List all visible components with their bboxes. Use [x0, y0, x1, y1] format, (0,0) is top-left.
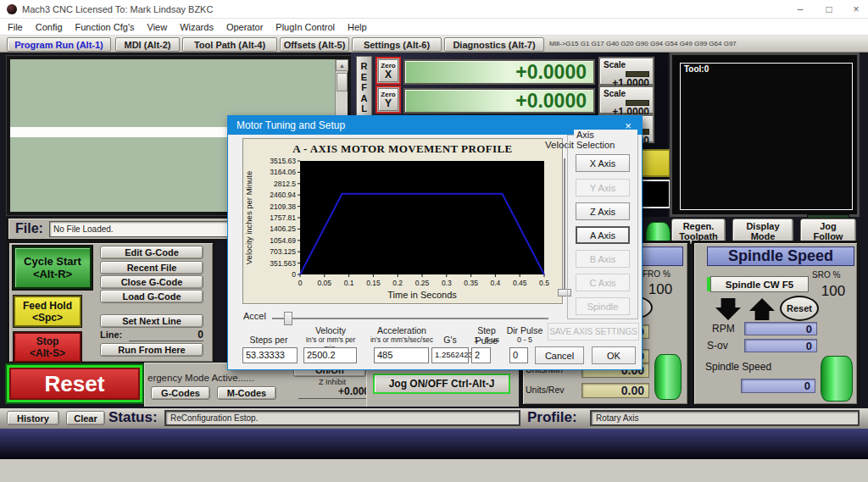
c-axis-button: C Axis [576, 274, 630, 291]
menu-config[interactable]: Config [36, 22, 63, 32]
svg-text:351.563: 351.563 [270, 259, 296, 268]
maximize-button[interactable]: □ [815, 0, 843, 19]
x-axis-button[interactable]: X Axis [576, 154, 630, 172]
emergency-mode-text: ergency Mode Active...... [147, 373, 254, 383]
z-axis-button[interactable]: Z Axis [576, 202, 630, 220]
menu-wizards[interactable]: Wizards [180, 22, 214, 32]
clear-button[interactable]: Clear [66, 411, 105, 425]
tab-tool-path[interactable]: Tool Path (Alt-4) [182, 37, 277, 52]
tab-program-run[interactable]: Program Run (Alt-1) [7, 37, 111, 52]
tab-mdi[interactable]: MDI (Alt-2) [115, 37, 180, 52]
scrollbar-thumb[interactable] [337, 73, 348, 91]
svg-text:0: 0 [292, 270, 296, 279]
cancel-button[interactable]: Cancel [535, 346, 584, 364]
tab-diagnostics[interactable]: Diagnostics (Alt-7) [444, 37, 544, 52]
units-rev-value[interactable]: 0.00 [581, 383, 649, 398]
steps-per-input[interactable]: 53.33333 [242, 347, 298, 363]
mcodes-button[interactable]: M-Codes [217, 386, 276, 400]
spindle-cw-button[interactable]: Spindle CW F5 [710, 276, 809, 292]
tab-settings[interactable]: Settings (Alt-6) [352, 37, 442, 52]
velocity-slider-track[interactable] [564, 158, 565, 294]
scroll-up-icon[interactable]: ▲ [336, 59, 348, 71]
svg-text:Time in Seconds: Time in Seconds [387, 290, 457, 300]
ref-letter: A [361, 93, 368, 104]
svg-text:0.25: 0.25 [415, 279, 430, 287]
svg-text:2460.94: 2460.94 [270, 191, 296, 199]
scale-led [626, 71, 649, 77]
a-axis-button[interactable]: A Axis [576, 226, 630, 244]
cycle-start-button[interactable]: Cycle Start <Alt-R> [14, 247, 92, 289]
menu-function-cfgs[interactable]: Function Cfg's [75, 22, 135, 32]
svg-text:Velocity inches per Minute: Velocity inches per Minute [244, 171, 253, 264]
ref-letter: R [361, 61, 368, 72]
run-from-here-button[interactable]: Run From Here [100, 343, 203, 357]
accel-slider-thumb[interactable] [284, 312, 292, 325]
x-scale-box[interactable]: Scale +1.0000 [598, 57, 654, 86]
y-scale-box[interactable]: Scale +1.0000 [598, 86, 654, 114]
menu-operator[interactable]: Operator [226, 22, 263, 32]
svg-text:0: 0 [298, 279, 303, 287]
dialog-title: Motor Tuning and Setup [236, 119, 345, 131]
stop-button[interactable]: Stop <Alt-S> [14, 332, 81, 363]
acceleration-input[interactable]: 485 [374, 347, 429, 363]
menu-plugin-control[interactable]: PlugIn Control [275, 22, 335, 32]
ok-button[interactable]: OK [592, 346, 636, 364]
zero-x-button[interactable]: ZeroX [376, 57, 401, 85]
x-axis-dro[interactable]: +0.0000 [403, 59, 595, 85]
spindle-speed-label: Spindle Speed [705, 361, 771, 373]
rpm-value[interactable]: 0 [744, 322, 817, 335]
history-button[interactable]: History [7, 411, 59, 425]
tab-offsets[interactable]: Offsets (Alt-5) [280, 37, 349, 52]
toolpath-display[interactable]: Tool:0 [670, 53, 860, 217]
profile-label: Profile: [527, 409, 577, 426]
axis-letter: X [385, 69, 392, 80]
tool-number-label: Tool:0 [684, 64, 709, 74]
button-label: Jog [820, 221, 837, 231]
rpm-label: RPM [712, 323, 735, 335]
zero-y-button[interactable]: ZeroY [376, 86, 401, 114]
sov-label: S-ov [707, 340, 728, 352]
recent-file-button[interactable]: Recent File [100, 261, 203, 274]
y-axis-dro[interactable]: +0.0000 [403, 88, 595, 114]
velocity-field-label: Velocity [301, 325, 360, 335]
footer-strip [0, 459, 868, 482]
edit-gcode-button[interactable]: Edit G-Code [100, 246, 203, 259]
accel-slider-track[interactable] [272, 318, 548, 319]
menu-file[interactable]: File [8, 22, 23, 32]
set-next-line-button[interactable]: Set Next Line [100, 314, 203, 328]
reset-button[interactable]: Reset [7, 365, 142, 402]
svg-text:0.2: 0.2 [392, 279, 403, 287]
svg-text:2812.5: 2812.5 [274, 180, 296, 188]
menu-help[interactable]: Help [348, 22, 367, 32]
svg-text:703.125: 703.125 [270, 247, 296, 256]
button-hotkey: <Spc> [32, 312, 63, 324]
acceleration-field-label: Acceleration [369, 325, 435, 335]
button-label: Cycle Start [24, 255, 81, 268]
file-label: File: [15, 221, 43, 236]
jog-onoff-button[interactable]: Jog ON/OFF Ctrl-Alt-J [373, 374, 510, 394]
menu-bar: File Config Function Cfg's View Wizards … [0, 19, 868, 36]
accel-slider-label: Accel [243, 311, 266, 321]
sov-value[interactable]: 0 [744, 339, 817, 352]
dir-pulse-input[interactable]: 0 [509, 347, 528, 363]
close-button[interactable]: × [844, 0, 868, 19]
dir-pulse-label: Dir Pulse [504, 325, 545, 335]
spindle-speed-value[interactable]: 0 [741, 379, 815, 393]
close-gcode-button[interactable]: Close G-Code [100, 275, 203, 289]
z-inhibit-value[interactable]: +0.000 [298, 385, 370, 399]
step-pulse-input[interactable]: 2 [471, 347, 491, 363]
feed-hold-button[interactable]: Feed Hold <Spc> [14, 296, 81, 327]
svg-text:0.4: 0.4 [490, 279, 500, 287]
sro-reset-button[interactable]: Reset [780, 296, 819, 321]
scale-label: Scale [604, 89, 626, 98]
gcodes-button[interactable]: G-Codes [151, 386, 210, 400]
velocity-input[interactable]: 2500.2 [303, 347, 357, 363]
status-label: Status: [108, 409, 158, 426]
menu-view[interactable]: View [147, 22, 168, 32]
line-number-field[interactable]: 0 [129, 329, 203, 341]
minimize-button[interactable]: – [787, 0, 814, 19]
fro-value: 100 [641, 281, 680, 298]
save-axis-settings-button: SAVE AXIS SETTINGS [548, 323, 639, 341]
load-gcode-button[interactable]: Load G-Code [100, 290, 203, 303]
status-message-field: ReConfiguration Estop. [164, 410, 520, 426]
